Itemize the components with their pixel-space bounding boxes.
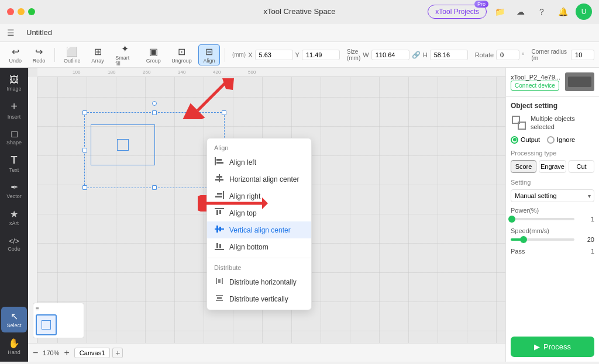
svg-rect-23 [217, 297, 222, 299]
handle-tr[interactable] [222, 110, 226, 115]
document-title: Untitled [26, 28, 52, 37]
process-button[interactable]: ▶ Process [511, 337, 594, 357]
ungroup-button[interactable]: ⊡ Ungroup [167, 45, 196, 65]
align-dropdown: Align Align left Horizontal align center… [206, 138, 312, 310]
svg-rect-11 [219, 210, 221, 214]
device-header: xTool_P2_4e79... Connect device [506, 68, 599, 96]
output-radio[interactable]: Output [511, 136, 540, 144]
radio-group: Output Ignore [511, 136, 594, 144]
multi-object-text: Multiple objects selected [531, 115, 594, 131]
handle-bl[interactable] [82, 185, 87, 190]
sidebar-item-select[interactable]: ↖ Select [1, 307, 27, 332]
distribute-vertically-item[interactable]: Distribute vertically [207, 290, 311, 307]
vertical-center-icon [214, 225, 225, 235]
h-input[interactable] [430, 50, 468, 60]
thumbnail-panel: ≡ [33, 303, 84, 338]
toolbar-sep-2 [225, 48, 225, 62]
array-button[interactable]: ⊞ Array [87, 45, 108, 65]
sidebar-item-shape[interactable]: ◻ Shape [1, 124, 27, 150]
toolbar: ↩ Undo ↪ Redo ⬜ Outline ⊞ Array ✦ Smart … [0, 42, 599, 68]
svg-rect-9 [215, 208, 224, 209]
align-bottom-icon [214, 242, 225, 252]
handle-tl[interactable] [82, 110, 87, 115]
speed-track[interactable] [511, 238, 574, 241]
sidebar-item-text[interactable]: T Text [1, 151, 27, 176]
sidebar-item-xart[interactable]: ★ xArt [1, 204, 27, 230]
distribute-h-icon [214, 277, 225, 287]
handle-tm[interactable] [152, 110, 157, 115]
ignore-radio[interactable]: Ignore [547, 136, 575, 144]
maximize-button[interactable] [28, 8, 35, 15]
cut-button[interactable]: Cut [569, 160, 594, 173]
align-right-item[interactable]: Align right [207, 188, 311, 204]
add-canvas-button[interactable]: + [112, 348, 123, 358]
power-thumb[interactable] [508, 216, 515, 223]
sidebar-item-insert[interactable]: + Insert [1, 97, 27, 123]
align-button[interactable]: ⊟ Align [198, 44, 220, 65]
cloud-icon[interactable]: ☁ [512, 4, 529, 20]
smartfill-icon: ✦ [121, 43, 129, 54]
undo-button[interactable]: ↩ Undo [5, 45, 26, 65]
svg-rect-0 [215, 157, 216, 165]
sidebar-item-vector[interactable]: ✒ Vector [1, 178, 27, 203]
svg-rect-22 [216, 300, 223, 301]
vertical-align-center-item[interactable]: Vertical align center [207, 221, 311, 238]
selection-outer [84, 112, 225, 188]
device-name: xTool_P2_4e79... [511, 74, 560, 81]
score-button[interactable]: Score [511, 160, 536, 173]
smartfill-button[interactable]: ✦ Smart fill [111, 42, 139, 68]
outline-icon: ⬜ [66, 46, 78, 57]
undo-icon: ↩ [12, 46, 19, 57]
sidebar-item-code[interactable]: </> Code [1, 231, 27, 257]
xtool-projects-button[interactable]: xTool Projects Pro [428, 5, 487, 19]
outline-button[interactable]: ⬜ Outline [60, 45, 85, 65]
speed-thumb[interactable] [520, 236, 527, 243]
corner-input[interactable] [571, 50, 594, 60]
group-button[interactable]: ▣ Group [142, 45, 165, 65]
thumbnail-header: ≡ [36, 306, 81, 312]
engrave-button[interactable]: Engrave [539, 160, 566, 173]
w-input[interactable] [371, 50, 409, 60]
setting-select[interactable]: Manual setting [511, 189, 594, 202]
handle-ml[interactable] [82, 148, 87, 152]
rotate-input[interactable] [496, 50, 519, 60]
handle-bm[interactable] [152, 185, 157, 190]
horiz-align-center-item[interactable]: Horizontal align center [207, 171, 311, 188]
files-icon[interactable]: 📁 [491, 4, 508, 20]
zoom-out-button[interactable]: − [33, 348, 38, 358]
xart-icon: ★ [10, 209, 18, 220]
redo-button[interactable]: ↪ Redo [28, 45, 49, 65]
close-button[interactable] [7, 8, 14, 15]
align-bottom-item[interactable]: Align bottom [207, 238, 311, 255]
sidebar-item-hand[interactable]: ✋ Hand [1, 334, 27, 359]
canvas-area[interactable]: 100 180 260 340 420 500 [28, 68, 505, 362]
notifications-icon[interactable]: 🔔 [555, 4, 571, 20]
thumbnail-item[interactable] [36, 314, 57, 335]
canvas-tab-1[interactable]: Canvas1 [74, 348, 110, 358]
user-icon[interactable]: U [576, 4, 592, 20]
power-track[interactable] [511, 218, 574, 220]
processing-type-label: Processing type [511, 150, 594, 157]
multi-object-icon [511, 115, 527, 131]
align-top-item[interactable]: Align top [207, 204, 311, 221]
svg-rect-16 [216, 243, 218, 248]
sidebar-item-image[interactable]: 🖼 Image [1, 70, 27, 96]
y-input[interactable] [302, 50, 340, 60]
align-icon: ⊟ [205, 46, 213, 57]
menu-icon[interactable]: ☰ [7, 28, 15, 37]
window-controls [7, 8, 35, 15]
svg-rect-4 [216, 176, 222, 178]
setting-row: Setting Manual setting [511, 179, 594, 202]
select-icon: ↖ [11, 311, 18, 322]
help-icon[interactable]: ? [533, 4, 550, 20]
align-left-item[interactable]: Align left [207, 154, 311, 171]
speed-slider-row: Speed(mm/s) 20 [511, 227, 594, 243]
distribute-horizontally-item[interactable]: Distribute horizontally [207, 273, 311, 290]
object-setting: Object setting Multiple objects selected… [506, 97, 599, 264]
text-icon: T [11, 154, 18, 167]
zoom-in-button[interactable]: + [64, 348, 69, 358]
connect-device-button[interactable]: Connect device [511, 81, 559, 91]
minimize-button[interactable] [18, 8, 25, 15]
handle-rotate[interactable] [152, 101, 157, 106]
x-input[interactable] [255, 50, 293, 60]
